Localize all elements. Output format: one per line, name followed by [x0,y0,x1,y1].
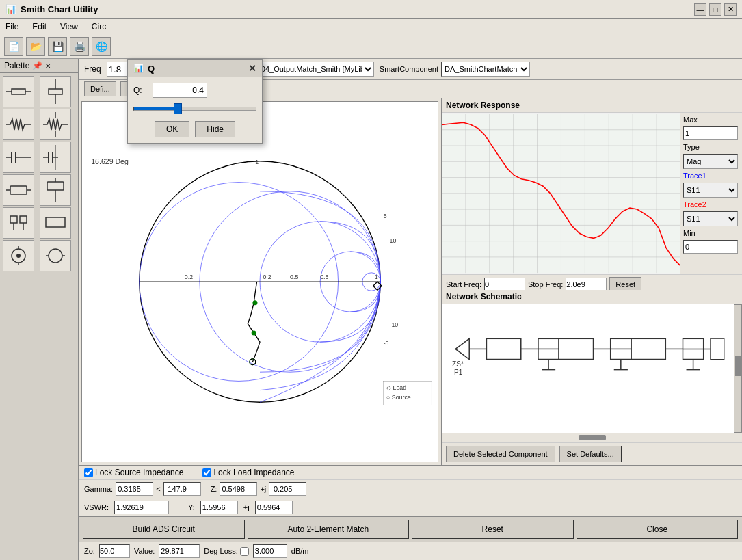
close-button[interactable]: ✕ [724,3,737,16]
z-imag-input[interactable] [269,482,306,496]
define-button[interactable]: Defi... [84,81,116,96]
lock-source-checkbox[interactable] [84,468,93,477]
max-input[interactable] [683,126,738,140]
svg-rect-0 [12,89,25,94]
trace1-label[interactable]: Trace1 [683,172,739,180]
reset-button[interactable]: Reset [412,520,574,539]
save-button[interactable]: 💾 [48,37,67,56]
vswr-input[interactable] [114,501,169,514]
gamma-angle-input[interactable] [163,482,201,496]
type-select[interactable]: Mag Phase dB [683,154,738,169]
open-button[interactable]: 📂 [26,37,45,56]
gamma-value-input[interactable] [116,482,153,496]
type-label: Type [683,143,739,151]
deg-loss-input[interactable] [253,544,287,558]
close-main-button[interactable]: Close [577,520,739,539]
svg-text:5: 5 [384,213,387,219]
ns-buttons-row: Delete Selected Component Set Defaults..… [442,442,742,465]
new-button[interactable]: 📄 [4,37,23,56]
lock-load-checkbox[interactable] [202,468,211,477]
minimize-button[interactable]: — [694,3,706,16]
svg-rect-81 [449,311,731,394]
palette-close-icon[interactable]: ✕ [45,62,51,70]
palette-item-12[interactable] [40,240,71,271]
q-slider-thumb[interactable] [174,103,182,114]
menu-view[interactable]: View [57,22,81,31]
min-input[interactable] [683,240,738,254]
svg-text:10: 10 [389,237,396,244]
q-label: Q: [133,85,147,95]
middle-section: 16.629 Deg [79,98,742,465]
palette-header: Palette 📌 ✕ [0,59,78,73]
zo-input[interactable] [99,544,130,558]
palette-item-4[interactable] [40,109,71,140]
q-hide-button[interactable]: Hide [195,121,235,137]
trace1-select[interactable]: S11S12S21S22 [683,183,738,198]
svg-text:-5: -5 [384,340,389,347]
value-input[interactable] [159,544,200,558]
start-freq-input[interactable] [484,278,525,291]
q-dialog-title-bar: 📊 Q ✕ [128,60,262,77]
angle-symbol: < [156,485,160,493]
toolbar: 📄 📂 💾 🖨️ 🌐 [0,34,742,59]
trace2-label[interactable]: Trace2 [683,200,739,209]
palette-item-3[interactable] [3,109,34,140]
delete-component-button[interactable]: Delete Selected Component [446,446,555,462]
menu-circ[interactable]: Circ [89,22,109,31]
q-dialog: 📊 Q ✕ Q: OK Hide [127,59,263,144]
smart-component-select[interactable]: DA_SmithChartMatch1 [441,62,530,77]
schematic-scrollbar[interactable] [734,304,742,433]
set-defaults-button[interactable]: Set Defaults... [559,446,622,462]
q-dialog-close-button[interactable]: ✕ [248,63,256,74]
palette-item-8[interactable] [40,174,71,206]
q-value-row: Q: [133,83,256,98]
trace2-select[interactable]: S11S12S21S22 [683,211,738,226]
stop-freq-input[interactable] [566,278,607,291]
lock-load-label[interactable]: Lock Load Impedance [202,468,294,477]
svg-rect-3 [49,89,62,94]
start-freq-label: Start Freq: [446,280,481,289]
title-bar: 📊 Smith Chart Utility — □ ✕ [0,0,742,19]
palette-item-9[interactable] [3,207,34,239]
horizontal-scrollbar[interactable] [579,435,606,440]
z-plus: +j [260,485,266,493]
palette-pin-icon[interactable]: 📌 [32,61,42,70]
print-button[interactable]: 🖨️ [70,37,89,56]
y-real-input[interactable] [200,501,238,514]
zo-label: Zo: [84,547,95,555]
network-schematic-content: ZS* P1 [442,304,742,433]
build-ads-button[interactable]: Build ADS Circuit [83,520,245,539]
svg-text:-10: -10 [389,321,398,328]
main-layout: Palette 📌 ✕ [0,59,742,560]
svg-rect-23 [10,216,17,223]
palette-item-5[interactable] [3,142,34,173]
svg-rect-24 [20,216,27,223]
palette-item-1[interactable] [3,76,34,107]
auto-match-button[interactable]: Auto 2-Element Match [248,520,410,539]
z-real-input[interactable] [220,482,257,496]
q-value-input[interactable] [153,83,207,98]
deg-loss-label[interactable]: Deg Loss: [204,547,249,556]
options-button[interactable]: 🌐 [92,37,111,56]
menu-file[interactable]: File [3,22,21,31]
svg-point-56 [252,300,257,305]
palette-item-11[interactable] [3,240,34,271]
q-ok-button[interactable]: OK [155,121,189,137]
network-response-section: Network Response [442,98,742,290]
svg-text:0.5: 0.5 [290,274,298,280]
palette-item-2[interactable] [40,76,71,107]
value-label: Value: [134,547,155,555]
q-dialog-content: Q: OK Hide [128,77,262,143]
palette-item-6[interactable] [40,142,71,173]
menu-edit[interactable]: Edit [29,22,49,31]
schematic-scrollthumb[interactable] [735,356,742,376]
schematic-select[interactable]: 04_OutputMatch_Smith [MyLibrary [258,62,374,77]
palette-item-10[interactable] [40,207,71,239]
z-label: Z: [211,485,217,493]
lock-source-label[interactable]: Lock Source Impedance [84,468,183,477]
network-response-header: Network Response [442,98,742,113]
maximize-button[interactable]: □ [709,3,721,16]
y-imag-input[interactable] [255,501,293,514]
deg-loss-checkbox[interactable] [240,547,249,556]
palette-item-7[interactable] [3,174,34,206]
